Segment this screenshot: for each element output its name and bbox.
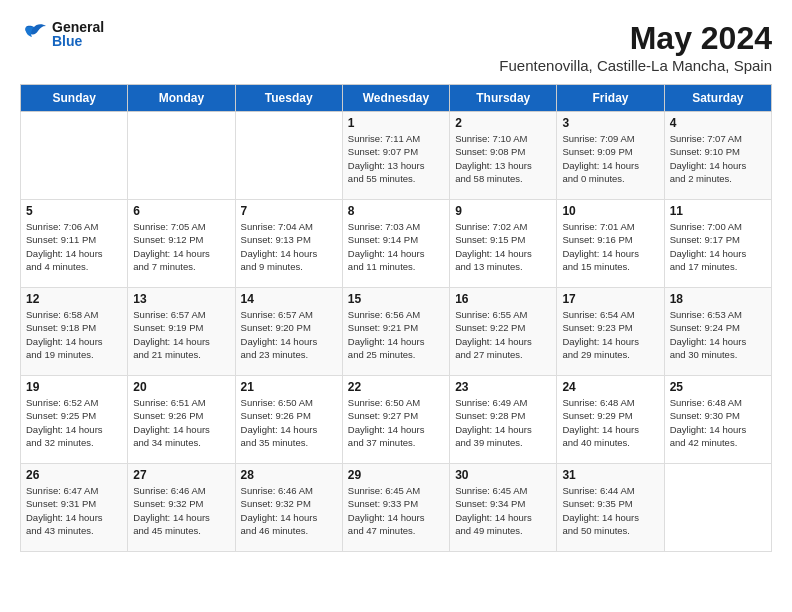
day-info: Sunrise: 7:06 AM Sunset: 9:11 PM Dayligh…: [26, 220, 122, 273]
header-row: SundayMondayTuesdayWednesdayThursdayFrid…: [21, 85, 772, 112]
day-number: 27: [133, 468, 229, 482]
calendar-cell: 18Sunrise: 6:53 AM Sunset: 9:24 PM Dayli…: [664, 288, 771, 376]
day-number: 7: [241, 204, 337, 218]
calendar-cell: 20Sunrise: 6:51 AM Sunset: 9:26 PM Dayli…: [128, 376, 235, 464]
day-number: 24: [562, 380, 658, 394]
day-info: Sunrise: 6:45 AM Sunset: 9:33 PM Dayligh…: [348, 484, 444, 537]
calendar-cell: 3Sunrise: 7:09 AM Sunset: 9:09 PM Daylig…: [557, 112, 664, 200]
day-number: 13: [133, 292, 229, 306]
calendar-cell: [664, 464, 771, 552]
day-info: Sunrise: 6:50 AM Sunset: 9:26 PM Dayligh…: [241, 396, 337, 449]
calendar-cell: 8Sunrise: 7:03 AM Sunset: 9:14 PM Daylig…: [342, 200, 449, 288]
calendar-cell: 7Sunrise: 7:04 AM Sunset: 9:13 PM Daylig…: [235, 200, 342, 288]
week-row-4: 19Sunrise: 6:52 AM Sunset: 9:25 PM Dayli…: [21, 376, 772, 464]
day-number: 1: [348, 116, 444, 130]
day-number: 5: [26, 204, 122, 218]
calendar-cell: [235, 112, 342, 200]
calendar-cell: 13Sunrise: 6:57 AM Sunset: 9:19 PM Dayli…: [128, 288, 235, 376]
calendar-table: SundayMondayTuesdayWednesdayThursdayFrid…: [20, 84, 772, 552]
logo-general-label: General: [52, 20, 104, 34]
day-info: Sunrise: 7:05 AM Sunset: 9:12 PM Dayligh…: [133, 220, 229, 273]
calendar-cell: 5Sunrise: 7:06 AM Sunset: 9:11 PM Daylig…: [21, 200, 128, 288]
day-info: Sunrise: 6:49 AM Sunset: 9:28 PM Dayligh…: [455, 396, 551, 449]
day-info: Sunrise: 7:11 AM Sunset: 9:07 PM Dayligh…: [348, 132, 444, 185]
week-row-5: 26Sunrise: 6:47 AM Sunset: 9:31 PM Dayli…: [21, 464, 772, 552]
day-info: Sunrise: 6:51 AM Sunset: 9:26 PM Dayligh…: [133, 396, 229, 449]
calendar-cell: 4Sunrise: 7:07 AM Sunset: 9:10 PM Daylig…: [664, 112, 771, 200]
calendar-cell: 31Sunrise: 6:44 AM Sunset: 9:35 PM Dayli…: [557, 464, 664, 552]
day-number: 19: [26, 380, 122, 394]
day-number: 4: [670, 116, 766, 130]
day-number: 21: [241, 380, 337, 394]
day-number: 22: [348, 380, 444, 394]
day-info: Sunrise: 6:45 AM Sunset: 9:34 PM Dayligh…: [455, 484, 551, 537]
day-number: 16: [455, 292, 551, 306]
day-number: 9: [455, 204, 551, 218]
logo-text: General Blue: [52, 20, 104, 48]
day-number: 6: [133, 204, 229, 218]
day-number: 12: [26, 292, 122, 306]
calendar-cell: 15Sunrise: 6:56 AM Sunset: 9:21 PM Dayli…: [342, 288, 449, 376]
day-info: Sunrise: 7:04 AM Sunset: 9:13 PM Dayligh…: [241, 220, 337, 273]
calendar-cell: 10Sunrise: 7:01 AM Sunset: 9:16 PM Dayli…: [557, 200, 664, 288]
day-info: Sunrise: 7:00 AM Sunset: 9:17 PM Dayligh…: [670, 220, 766, 273]
day-info: Sunrise: 6:55 AM Sunset: 9:22 PM Dayligh…: [455, 308, 551, 361]
week-row-2: 5Sunrise: 7:06 AM Sunset: 9:11 PM Daylig…: [21, 200, 772, 288]
day-header-saturday: Saturday: [664, 85, 771, 112]
calendar-cell: 17Sunrise: 6:54 AM Sunset: 9:23 PM Dayli…: [557, 288, 664, 376]
calendar-cell: 28Sunrise: 6:46 AM Sunset: 9:32 PM Dayli…: [235, 464, 342, 552]
day-number: 15: [348, 292, 444, 306]
day-info: Sunrise: 6:44 AM Sunset: 9:35 PM Dayligh…: [562, 484, 658, 537]
calendar-cell: 30Sunrise: 6:45 AM Sunset: 9:34 PM Dayli…: [450, 464, 557, 552]
day-header-thursday: Thursday: [450, 85, 557, 112]
day-info: Sunrise: 6:50 AM Sunset: 9:27 PM Dayligh…: [348, 396, 444, 449]
calendar-cell: 25Sunrise: 6:48 AM Sunset: 9:30 PM Dayli…: [664, 376, 771, 464]
day-number: 26: [26, 468, 122, 482]
day-info: Sunrise: 6:47 AM Sunset: 9:31 PM Dayligh…: [26, 484, 122, 537]
calendar-cell: 22Sunrise: 6:50 AM Sunset: 9:27 PM Dayli…: [342, 376, 449, 464]
day-number: 28: [241, 468, 337, 482]
day-number: 23: [455, 380, 551, 394]
day-header-monday: Monday: [128, 85, 235, 112]
calendar-cell: 14Sunrise: 6:57 AM Sunset: 9:20 PM Dayli…: [235, 288, 342, 376]
subtitle: Fuentenovilla, Castille-La Mancha, Spain: [499, 57, 772, 74]
day-number: 31: [562, 468, 658, 482]
main-title: May 2024: [499, 20, 772, 57]
day-info: Sunrise: 7:03 AM Sunset: 9:14 PM Dayligh…: [348, 220, 444, 273]
day-info: Sunrise: 6:46 AM Sunset: 9:32 PM Dayligh…: [133, 484, 229, 537]
day-number: 20: [133, 380, 229, 394]
calendar-cell: 11Sunrise: 7:00 AM Sunset: 9:17 PM Dayli…: [664, 200, 771, 288]
day-info: Sunrise: 7:10 AM Sunset: 9:08 PM Dayligh…: [455, 132, 551, 185]
day-info: Sunrise: 6:57 AM Sunset: 9:20 PM Dayligh…: [241, 308, 337, 361]
calendar-cell: 24Sunrise: 6:48 AM Sunset: 9:29 PM Dayli…: [557, 376, 664, 464]
day-info: Sunrise: 7:09 AM Sunset: 9:09 PM Dayligh…: [562, 132, 658, 185]
page: General Blue May 2024 Fuentenovilla, Cas…: [0, 0, 792, 562]
day-info: Sunrise: 6:46 AM Sunset: 9:32 PM Dayligh…: [241, 484, 337, 537]
day-info: Sunrise: 7:02 AM Sunset: 9:15 PM Dayligh…: [455, 220, 551, 273]
day-header-tuesday: Tuesday: [235, 85, 342, 112]
day-info: Sunrise: 6:48 AM Sunset: 9:30 PM Dayligh…: [670, 396, 766, 449]
day-number: 10: [562, 204, 658, 218]
day-number: 25: [670, 380, 766, 394]
day-number: 18: [670, 292, 766, 306]
week-row-1: 1Sunrise: 7:11 AM Sunset: 9:07 PM Daylig…: [21, 112, 772, 200]
calendar-cell: 19Sunrise: 6:52 AM Sunset: 9:25 PM Dayli…: [21, 376, 128, 464]
calendar-cell: 12Sunrise: 6:58 AM Sunset: 9:18 PM Dayli…: [21, 288, 128, 376]
calendar-cell: 1Sunrise: 7:11 AM Sunset: 9:07 PM Daylig…: [342, 112, 449, 200]
day-info: Sunrise: 6:57 AM Sunset: 9:19 PM Dayligh…: [133, 308, 229, 361]
day-number: 2: [455, 116, 551, 130]
calendar-cell: 6Sunrise: 7:05 AM Sunset: 9:12 PM Daylig…: [128, 200, 235, 288]
calendar-cell: [21, 112, 128, 200]
calendar-cell: 2Sunrise: 7:10 AM Sunset: 9:08 PM Daylig…: [450, 112, 557, 200]
day-header-sunday: Sunday: [21, 85, 128, 112]
day-info: Sunrise: 6:56 AM Sunset: 9:21 PM Dayligh…: [348, 308, 444, 361]
calendar-cell: 26Sunrise: 6:47 AM Sunset: 9:31 PM Dayli…: [21, 464, 128, 552]
day-info: Sunrise: 7:07 AM Sunset: 9:10 PM Dayligh…: [670, 132, 766, 185]
calendar-cell: 27Sunrise: 6:46 AM Sunset: 9:32 PM Dayli…: [128, 464, 235, 552]
day-info: Sunrise: 6:48 AM Sunset: 9:29 PM Dayligh…: [562, 396, 658, 449]
logo-bird-icon: [20, 23, 48, 45]
calendar-cell: 21Sunrise: 6:50 AM Sunset: 9:26 PM Dayli…: [235, 376, 342, 464]
title-block: May 2024 Fuentenovilla, Castille-La Manc…: [499, 20, 772, 74]
day-number: 17: [562, 292, 658, 306]
calendar-cell: [128, 112, 235, 200]
